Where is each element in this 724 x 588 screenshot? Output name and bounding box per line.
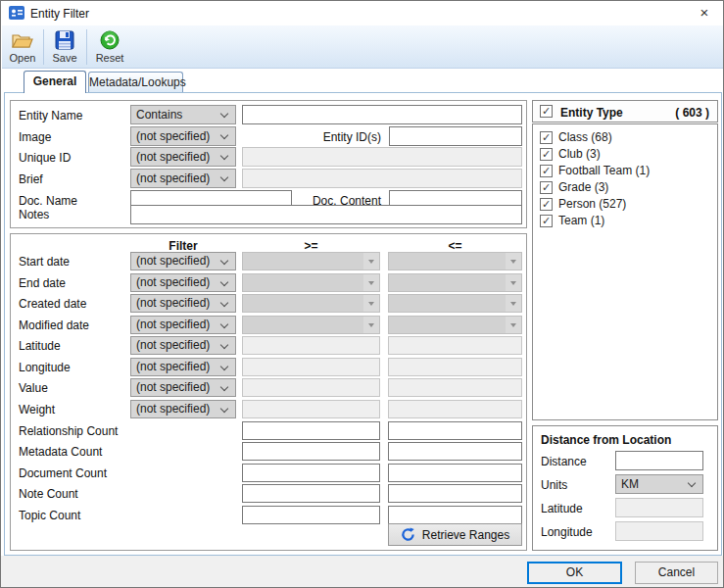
topic-count-lte-input[interactable] bbox=[388, 506, 522, 524]
weight-operator-dropdown[interactable]: (not specified) bbox=[130, 400, 236, 418]
document-count-lte-input[interactable] bbox=[388, 464, 522, 482]
general-tab-page: Entity Name Contains Image (not specifie… bbox=[4, 92, 722, 556]
longitude-operator-value: (not specified) bbox=[136, 360, 210, 373]
brief-operator-dropdown[interactable]: (not specified) bbox=[130, 169, 236, 188]
entity-type-checkbox[interactable]: ✓ bbox=[540, 148, 553, 161]
chevron-down-icon bbox=[220, 299, 228, 307]
entity-name-operator-value: Contains bbox=[136, 108, 182, 122]
end-date-operator-dropdown[interactable]: (not specified) bbox=[130, 273, 236, 292]
entity-type-item-label: Football Team (1) bbox=[558, 164, 650, 177]
tab-general-label: General bbox=[33, 74, 77, 88]
distance-longitude-disabled-input bbox=[615, 521, 703, 541]
image-operator-dropdown[interactable]: (not specified) bbox=[130, 126, 236, 146]
open-button-label: Open bbox=[10, 52, 36, 64]
brief-disabled-input bbox=[242, 169, 522, 188]
open-button[interactable]: Open bbox=[4, 27, 41, 67]
reset-button-label: Reset bbox=[96, 52, 124, 64]
units-label: Units bbox=[541, 478, 567, 492]
title-bar: Entity Filter × bbox=[1, 1, 723, 25]
created-date-operator-value: (not specified) bbox=[136, 296, 210, 310]
entity-type-item[interactable]: ✓Grade (3) bbox=[540, 180, 608, 196]
document-count-gte-input[interactable] bbox=[242, 464, 380, 482]
reset-green-icon bbox=[99, 29, 121, 51]
entity-type-item[interactable]: ✓Class (68) bbox=[540, 130, 612, 146]
modified-date-operator-value: (not specified) bbox=[136, 318, 210, 331]
entity-name-input[interactable] bbox=[242, 105, 522, 124]
distance-from-location-group: Distance from Location Distance Units KM… bbox=[532, 425, 718, 551]
distance-panel-title: Distance from Location bbox=[541, 433, 671, 447]
dropdown-arrow-icon bbox=[510, 323, 516, 327]
reset-button[interactable]: Reset bbox=[90, 27, 129, 67]
distance-longitude-label: Longitude bbox=[541, 525, 593, 539]
note-count-label: Note Count bbox=[19, 487, 78, 501]
entity-type-item[interactable]: ✓Football Team (1) bbox=[540, 164, 650, 179]
tab-general[interactable]: General bbox=[24, 71, 86, 93]
latitude-operator-value: (not specified) bbox=[136, 338, 210, 352]
entity-ids-input[interactable] bbox=[389, 126, 522, 146]
modified-date-label: Modified date bbox=[19, 318, 89, 332]
start-date-lte-disabled-datepicker bbox=[388, 252, 522, 270]
entity-type-item-label: Person (527) bbox=[558, 197, 626, 211]
image-label: Image bbox=[19, 130, 51, 144]
entity-filter-dialog: Entity Filter × Open Save bbox=[0, 0, 724, 588]
modified-date-operator-dropdown[interactable]: (not specified) bbox=[130, 316, 236, 334]
gte-column-header: >= bbox=[242, 239, 380, 253]
entity-name-operator-dropdown[interactable]: Contains bbox=[130, 105, 236, 124]
relationship-count-label: Relationship Count bbox=[19, 424, 118, 438]
entity-filter-app-icon bbox=[9, 6, 24, 20]
note-count-gte-input[interactable] bbox=[242, 484, 380, 503]
metadata-count-label: Metadata Count bbox=[19, 445, 102, 459]
datepicker-dropdown-button bbox=[506, 274, 521, 291]
dropdown-arrow-icon bbox=[368, 302, 374, 306]
toolbar: Open Save Reset bbox=[2, 25, 724, 69]
entity-type-item[interactable]: ✓Person (527) bbox=[540, 197, 626, 213]
distance-label: Distance bbox=[541, 455, 587, 468]
entity-type-checkbox[interactable]: ✓ bbox=[540, 198, 553, 211]
unique-id-operator-dropdown[interactable]: (not specified) bbox=[130, 147, 236, 167]
start-date-operator-dropdown[interactable]: (not specified) bbox=[130, 252, 236, 270]
units-dropdown[interactable]: KM bbox=[615, 474, 703, 494]
tab-strip: General Metadata/Lookups bbox=[2, 69, 724, 93]
value-operator-value: (not specified) bbox=[136, 380, 210, 394]
entity-type-checkbox[interactable]: ✓ bbox=[540, 165, 553, 177]
ok-button[interactable]: OK bbox=[527, 562, 622, 584]
created-date-operator-dropdown[interactable]: (not specified) bbox=[130, 294, 236, 313]
latitude-operator-dropdown[interactable]: (not specified) bbox=[130, 336, 236, 355]
entity-type-select-all-checkbox[interactable]: ✓ bbox=[540, 105, 553, 118]
topic-count-gte-input[interactable] bbox=[242, 506, 380, 524]
unique-id-operator-value: (not specified) bbox=[136, 150, 210, 164]
entity-type-list: ✓Class (68)✓Club (3)✓Football Team (1)✓G… bbox=[532, 123, 718, 420]
entity-type-item[interactable]: ✓Team (1) bbox=[540, 214, 604, 229]
dropdown-arrow-icon bbox=[368, 260, 374, 264]
close-icon[interactable]: × bbox=[690, 1, 719, 24]
metadata-count-gte-input[interactable] bbox=[242, 442, 380, 461]
longitude-operator-dropdown[interactable]: (not specified) bbox=[130, 358, 236, 376]
note-count-lte-input[interactable] bbox=[388, 484, 522, 503]
start-date-operator-value: (not specified) bbox=[136, 254, 210, 268]
basic-filters-group: Entity Name Contains Image (not specifie… bbox=[10, 100, 527, 228]
cancel-button[interactable]: Cancel bbox=[635, 562, 718, 584]
entity-type-checkbox[interactable]: ✓ bbox=[540, 215, 553, 227]
retrieve-ranges-button[interactable]: Retrieve Ranges bbox=[388, 523, 522, 546]
relationship-count-lte-input[interactable] bbox=[388, 421, 522, 440]
image-operator-value: (not specified) bbox=[136, 129, 210, 143]
unique-id-disabled-input bbox=[242, 147, 522, 167]
distance-input[interactable] bbox=[615, 451, 703, 470]
entity-type-item[interactable]: ✓Club (3) bbox=[540, 147, 601, 163]
doc-name-label: Doc. Name bbox=[19, 194, 77, 208]
latitude-label: Latitude bbox=[19, 339, 61, 353]
tab-metadata-lookups[interactable]: Metadata/Lookups bbox=[88, 72, 183, 93]
entity-type-checkbox[interactable]: ✓ bbox=[540, 131, 553, 144]
chevron-down-icon bbox=[220, 278, 228, 286]
entity-type-checkbox[interactable]: ✓ bbox=[540, 181, 553, 194]
metadata-count-lte-input[interactable] bbox=[388, 442, 522, 461]
entity-ids-label: Entity ID(s) bbox=[242, 130, 381, 144]
notes-input[interactable] bbox=[130, 205, 522, 224]
tab-metadata-label: Metadata/Lookups bbox=[89, 75, 186, 89]
relationship-count-gte-input[interactable] bbox=[242, 421, 380, 440]
value-operator-dropdown[interactable]: (not specified) bbox=[130, 378, 236, 397]
save-button[interactable]: Save bbox=[47, 27, 82, 67]
toolbar-separator bbox=[43, 29, 44, 65]
modified-date-gte-disabled-datepicker bbox=[242, 316, 380, 334]
chevron-down-icon bbox=[220, 405, 228, 413]
